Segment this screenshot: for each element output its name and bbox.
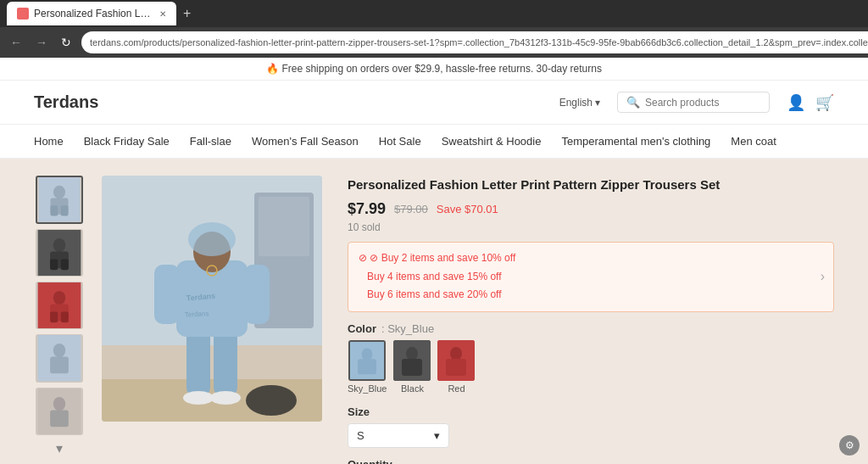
svg-rect-47 bbox=[446, 359, 466, 376]
svg-text:Terdans: Terdans bbox=[185, 310, 209, 318]
discount-text-3: Buy 6 items and save 20% off bbox=[367, 288, 502, 300]
user-icon[interactable]: 👤 bbox=[787, 93, 805, 112]
svg-point-19 bbox=[53, 397, 66, 411]
svg-point-43 bbox=[406, 347, 418, 361]
qty-label: Quantity bbox=[348, 458, 834, 464]
back-button[interactable]: ← bbox=[7, 32, 25, 53]
size-value: S bbox=[357, 429, 364, 442]
svg-rect-32 bbox=[244, 265, 270, 324]
nav-men-coat[interactable]: Men coat bbox=[731, 135, 776, 148]
discount-row-2: Buy 4 items and save 15% off bbox=[359, 268, 823, 287]
site-logo[interactable]: Terdans bbox=[34, 92, 98, 112]
discount-arrow-icon[interactable]: › bbox=[821, 269, 825, 284]
cart-icon[interactable]: 🛒 bbox=[815, 93, 834, 112]
lang-arrow-icon: ▾ bbox=[595, 97, 600, 109]
color-sky-blue[interactable]: Sky_Blue bbox=[348, 340, 387, 394]
color-label-sky-blue: Sky_Blue bbox=[348, 383, 387, 394]
color-value: : Sky_Blue bbox=[381, 322, 434, 335]
tab-favicon bbox=[17, 8, 29, 20]
nav-womens-fall[interactable]: Women's Fall Season bbox=[252, 135, 359, 148]
price-save: Save $70.01 bbox=[437, 203, 498, 215]
search-bar[interactable]: 🔍 bbox=[617, 92, 770, 113]
search-icon: 🔍 bbox=[626, 96, 640, 109]
thumbnail-nav-down[interactable]: ▾ bbox=[56, 440, 63, 456]
discount-text-1: Buy 2 items and save 10% off bbox=[381, 252, 516, 264]
search-input[interactable] bbox=[645, 97, 760, 109]
price-row: $7.99 $79.00 Save $70.01 bbox=[348, 200, 834, 218]
svg-rect-4 bbox=[61, 205, 69, 215]
promo-bar: 🔥 Free shipping on orders over $29.9, ha… bbox=[0, 58, 868, 81]
price-original: $79.00 bbox=[394, 203, 428, 215]
svg-point-29 bbox=[210, 391, 241, 405]
nav-hot-sale[interactable]: Hot Sale bbox=[379, 135, 421, 148]
browser-tab[interactable]: Personalized Fashion Letter Pr... ✕ bbox=[7, 2, 176, 25]
svg-rect-27 bbox=[214, 328, 237, 396]
thumbnail-column: ▾ bbox=[34, 176, 85, 456]
nav-fall-slae[interactable]: Fall-slae bbox=[190, 135, 231, 148]
nav-black-friday[interactable]: Black Friday Sale bbox=[84, 135, 170, 148]
thumbnail-5[interactable] bbox=[36, 388, 83, 435]
color-black[interactable]: Black bbox=[393, 340, 431, 394]
new-tab-button[interactable]: + bbox=[180, 3, 194, 25]
discount-row-3: Buy 6 items and save 20% off bbox=[359, 286, 823, 305]
thumbnail-4[interactable] bbox=[36, 334, 83, 382]
svg-rect-17 bbox=[50, 357, 69, 374]
color-options: Sky_Blue Black bbox=[348, 340, 834, 394]
svg-rect-9 bbox=[61, 259, 69, 270]
nav-menu: Home Black Friday Sale Fall-slae Women's… bbox=[0, 125, 868, 159]
svg-point-11 bbox=[53, 291, 66, 305]
promo-text: 🔥 Free shipping on orders over $29.9, ha… bbox=[266, 63, 602, 75]
discount-row-1: ⊘ Buy 2 items and save 10% off bbox=[359, 249, 823, 268]
svg-point-1 bbox=[53, 186, 65, 199]
svg-rect-31 bbox=[154, 265, 180, 324]
discount-text-2: Buy 4 items and save 15% off bbox=[367, 271, 502, 282]
quantity-section: Quantity − 1 + bbox=[348, 458, 834, 464]
thumbnail-1[interactable] bbox=[36, 176, 83, 224]
lang-selector[interactable]: English ▾ bbox=[559, 97, 600, 109]
page-content: ▾ bbox=[0, 159, 868, 464]
svg-rect-3 bbox=[51, 205, 58, 215]
site-header: Terdans English ▾ 🔍 👤 🛒 bbox=[0, 81, 868, 125]
svg-point-16 bbox=[53, 344, 66, 357]
color-label-red: Red bbox=[448, 383, 465, 394]
svg-point-38 bbox=[246, 385, 297, 416]
svg-rect-41 bbox=[358, 359, 376, 374]
svg-rect-13 bbox=[50, 311, 58, 322]
price-current: $7.99 bbox=[348, 200, 386, 218]
product-title: Personalized Fashion Letter Print Patter… bbox=[348, 176, 834, 193]
color-label: Color : Sky_Blue bbox=[348, 322, 834, 335]
thumbnail-2[interactable] bbox=[36, 229, 83, 277]
settings-icon[interactable]: ⚙ bbox=[839, 435, 860, 456]
discount-box: ⊘ Buy 2 items and save 10% off Buy 4 ite… bbox=[348, 242, 834, 312]
size-dropdown-icon: ▾ bbox=[434, 429, 440, 442]
svg-rect-26 bbox=[186, 328, 210, 396]
url-text: terdans.com/products/personalized-fashio… bbox=[90, 37, 868, 48]
nav-sweatshirt[interactable]: Sweatshirt & Hoodie bbox=[442, 135, 542, 148]
main-product-image: Terdans Terdans bbox=[102, 176, 322, 422]
svg-point-28 bbox=[183, 391, 214, 405]
svg-rect-14 bbox=[61, 311, 69, 322]
product-info-panel: Personalized Fashion Letter Print Patter… bbox=[339, 176, 834, 456]
refresh-button[interactable]: ↻ bbox=[58, 32, 75, 53]
sold-count: 10 sold bbox=[348, 221, 834, 233]
svg-point-34 bbox=[188, 222, 236, 256]
tab-close-icon[interactable]: ✕ bbox=[159, 9, 166, 19]
color-red[interactable]: Red bbox=[437, 340, 475, 394]
thumbnail-3[interactable] bbox=[36, 282, 83, 329]
size-select[interactable]: S ▾ bbox=[348, 423, 449, 448]
svg-point-46 bbox=[450, 347, 462, 361]
color-label-black: Black bbox=[401, 383, 424, 394]
svg-point-40 bbox=[362, 348, 373, 361]
nav-mens-clothing[interactable]: Temperamental men's clothing bbox=[561, 135, 710, 148]
svg-rect-23 bbox=[259, 197, 309, 256]
lang-text: English bbox=[559, 97, 593, 109]
tab-title: Personalized Fashion Letter Pr... bbox=[34, 8, 154, 20]
svg-rect-20 bbox=[50, 410, 69, 427]
address-bar[interactable]: terdans.com/products/personalized-fashio… bbox=[81, 31, 868, 53]
nav-home[interactable]: Home bbox=[34, 135, 64, 148]
svg-point-6 bbox=[53, 238, 66, 251]
size-label: Size bbox=[348, 405, 834, 418]
svg-rect-8 bbox=[50, 259, 58, 270]
forward-button[interactable]: → bbox=[32, 32, 51, 53]
svg-rect-44 bbox=[402, 359, 422, 376]
